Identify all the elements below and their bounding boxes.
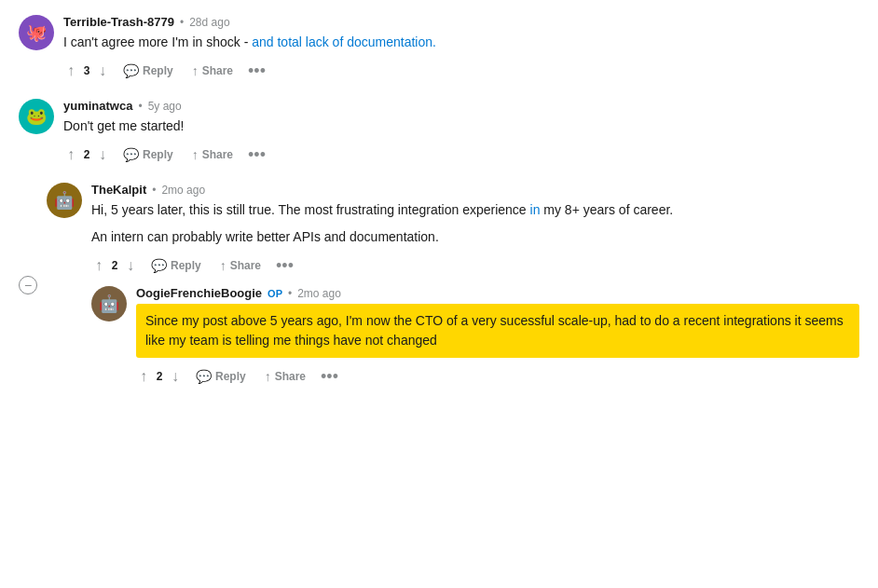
timestamp-1: 28d ago (189, 16, 229, 29)
actions-2: ↑ 2 ↓ 💬 Reply ↑ Share ••• (63, 144, 859, 166)
upvote-btn-2[interactable]: ↑ (63, 144, 78, 165)
reply-icon-1: 💬 (123, 63, 139, 78)
timestamp-2: 5y ago (148, 100, 182, 113)
comment-header-3: TheKalpit • 2mo ago (91, 183, 859, 197)
comment-body-2: yuminatwca • 5y ago Don't get me started… (63, 99, 859, 166)
vote-count-4: 2 (155, 370, 164, 383)
more-btn-4[interactable]: ••• (317, 366, 342, 387)
vote-count-3: 2 (110, 259, 119, 272)
reply-icon-2: 💬 (123, 147, 139, 162)
collapse-btn-3[interactable]: − (19, 276, 37, 294)
comment-header-4: OogieFrenchieBoogie OP • 2mo ago (136, 286, 859, 300)
username-3: TheKalpit (91, 183, 146, 197)
reply-btn-4[interactable]: 💬 Reply (190, 365, 252, 388)
op-badge: OP (268, 288, 282, 299)
share-icon-1: ↑ (192, 63, 199, 78)
avatar-4: 🤖 (91, 286, 127, 321)
username-2: yuminatwca (63, 99, 132, 113)
comment-body-3: TheKalpit • 2mo ago Hi, 5 years later, t… (91, 183, 859, 277)
share-icon-4: ↑ (265, 369, 271, 384)
avatar-2: 🐸 (19, 99, 54, 134)
comment-body-4: OogieFrenchieBoogie OP • 2mo ago Since m… (136, 286, 859, 388)
vote-area-4: ↑ 2 ↓ (136, 366, 183, 387)
comment-3-content: 🤖 TheKalpit • 2mo ago Hi, 5 years later,… (47, 183, 859, 388)
comment-text-3a: Hi, 5 years later, this is still true. T… (91, 200, 859, 220)
comment-body-1: Terrible-Trash-8779 • 28d ago I can't ag… (63, 15, 859, 82)
share-icon-3: ↑ (220, 258, 226, 273)
comment-text-1: I can't agree more I'm in shock - and to… (63, 33, 859, 52)
vote-area-1: ↑ 3 ↓ (63, 61, 110, 81)
reply-btn-2[interactable]: 💬 Reply (117, 144, 179, 166)
vote-area-3: ↑ 2 ↓ (91, 255, 138, 276)
timestamp-3: 2mo ago (161, 184, 205, 197)
comment-4: 🤖 OogieFrenchieBoogie OP • 2mo ago Since… (91, 286, 859, 388)
actions-4: ↑ 2 ↓ 💬 Reply ↑ Share ••• (136, 365, 859, 388)
comment-header-1: Terrible-Trash-8779 • 28d ago (63, 15, 859, 29)
username-4: OogieFrenchieBoogie (136, 286, 262, 300)
downvote-btn-2[interactable]: ↓ (95, 144, 110, 165)
reply-icon-3: 💬 (151, 258, 167, 273)
comment-2: 🐸 yuminatwca • 5y ago Don't get me start… (19, 99, 859, 166)
downvote-btn-3[interactable]: ↓ (123, 255, 138, 276)
downvote-btn-1[interactable]: ↓ (95, 61, 110, 81)
collapse-area-3: − 🤖 TheKalpit • 2mo ago Hi, 5 years late… (19, 183, 859, 388)
actions-1: ↑ 3 ↓ 💬 Reply ↑ Share ••• (63, 60, 859, 82)
vote-area-2: ↑ 2 ↓ (63, 144, 110, 165)
vote-count-2: 2 (82, 148, 91, 161)
reply-icon-4: 💬 (196, 369, 212, 384)
reply-btn-1[interactable]: 💬 Reply (117, 60, 179, 82)
more-btn-2[interactable]: ••• (244, 144, 269, 165)
more-btn-3[interactable]: ••• (272, 255, 297, 276)
share-btn-3[interactable]: ↑ Share (214, 254, 267, 277)
comment-text-3b: An intern can probably write better APIs… (91, 227, 859, 247)
vote-count-1: 3 (82, 64, 91, 77)
highlighted-comment-text: Since my post above 5 years ago, I'm now… (136, 304, 859, 358)
comment-3: 🤖 TheKalpit • 2mo ago Hi, 5 years later,… (47, 183, 859, 277)
username-1: Terrible-Trash-8779 (63, 15, 174, 29)
comment-3-wrapper: − 🤖 TheKalpit • 2mo ago Hi, 5 years late… (19, 183, 859, 388)
actions-3: ↑ 2 ↓ 💬 Reply ↑ Share ••• (91, 254, 859, 277)
upvote-btn-1[interactable]: ↑ (63, 61, 78, 81)
comment-1: 🐙 Terrible-Trash-8779 • 28d ago I can't … (19, 15, 859, 82)
comment-header-2: yuminatwca • 5y ago (63, 99, 859, 113)
share-icon-2: ↑ (192, 147, 199, 162)
more-btn-1[interactable]: ••• (244, 61, 269, 81)
share-btn-2[interactable]: ↑ Share (186, 144, 239, 166)
timestamp-4: 2mo ago (297, 287, 341, 300)
avatar-1: 🐙 (19, 15, 54, 50)
downvote-btn-4[interactable]: ↓ (168, 366, 183, 387)
share-btn-1[interactable]: ↑ Share (186, 60, 239, 82)
upvote-btn-3[interactable]: ↑ (91, 255, 106, 276)
comment-text-2: Don't get me started! (63, 116, 859, 136)
share-btn-4[interactable]: ↑ Share (259, 365, 311, 388)
avatar-3: 🤖 (47, 183, 82, 218)
reply-btn-3[interactable]: 💬 Reply (145, 254, 207, 277)
upvote-btn-4[interactable]: ↑ (136, 366, 151, 387)
